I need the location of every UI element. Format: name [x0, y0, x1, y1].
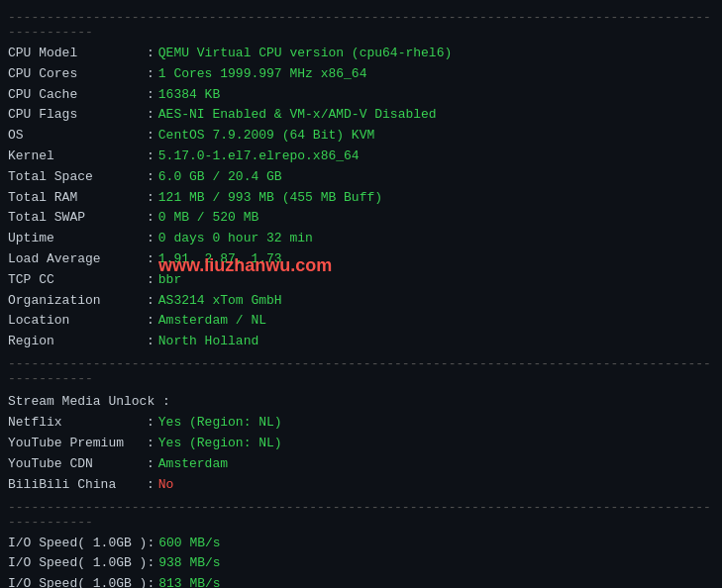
total-space-value: 6.0 GB / 20.4 GB [158, 167, 282, 188]
table-row: CPU Cache : 16384 KB [8, 85, 714, 106]
total-space-label: Total Space [8, 167, 147, 188]
table-row: Total RAM : 121 MB / 993 MB (455 MB Buff… [8, 188, 714, 209]
table-row: I/O Speed( 1.0GB ) : 600 MB/s [8, 534, 714, 554]
youtube-cdn-value: Amsterdam [158, 454, 228, 475]
os-label: OS [8, 126, 147, 147]
kernel-value: 5.17.0-1.el7.elrepo.x86_64 [158, 147, 360, 167]
table-row: Load Average : 1.91, 2.87, 1.73 [8, 249, 714, 270]
total-swap-label: Total SWAP [8, 208, 147, 229]
table-row: Netflix : Yes (Region: NL) [8, 413, 714, 434]
io-speed-2-value: 938 MB/s [158, 553, 220, 574]
load-avg-value: 1.91, 2.87, 1.73 [158, 249, 282, 270]
table-row: Uptime : 0 days 0 hour 32 min [8, 229, 714, 249]
table-row: Location : Amsterdam / NL [8, 311, 714, 332]
bilibili-value: No [158, 475, 174, 496]
io-section: I/O Speed( 1.0GB ) : 600 MB/s I/O Speed(… [8, 534, 714, 588]
divider-media-top: ----------------------------------------… [8, 356, 714, 386]
table-row: Kernel : 5.17.0-1.el7.elrepo.x86_64 [8, 147, 714, 167]
cpu-cache-value: 16384 KB [158, 85, 220, 106]
table-row: Region : North Holland [8, 332, 714, 352]
cpu-flags-label: CPU Flags [8, 105, 147, 126]
tcp-cc-value: bbr [158, 270, 181, 291]
location-label: Location [8, 311, 147, 332]
cpu-cores-value: 1 Cores 1999.997 MHz x86_64 [158, 64, 367, 85]
media-section-title: Stream Media Unlock : [8, 390, 714, 413]
organization-value: AS3214 xTom GmbH [158, 291, 282, 312]
divider-top: ----------------------------------------… [8, 10, 714, 40]
terminal-container: ----------------------------------------… [8, 10, 714, 588]
cpu-model-value: QEMU Virtual CPU version (cpu64-rhel6) [158, 44, 452, 64]
cpu-cache-label: CPU Cache [8, 85, 147, 106]
uptime-label: Uptime [8, 229, 147, 249]
total-swap-value: 0 MB / 520 MB [158, 208, 258, 229]
io-speed-1-label: I/O Speed( 1.0GB ) [8, 534, 147, 554]
total-ram-value: 121 MB / 993 MB (455 MB Buff) [158, 188, 382, 209]
table-row: I/O Speed( 1.0GB ) : 813 MB/s [8, 574, 714, 588]
youtube-premium-label: YouTube Premium [8, 434, 147, 454]
total-ram-label: Total RAM [8, 188, 147, 209]
netflix-value: Yes (Region: NL) [158, 413, 282, 434]
netflix-label: Netflix [8, 413, 147, 434]
media-section: Stream Media Unlock : Netflix : Yes (Reg… [8, 390, 714, 496]
organization-label: Organization [8, 291, 147, 312]
table-row: YouTube CDN : Amsterdam [8, 454, 714, 475]
cpu-cores-label: CPU Cores [8, 64, 147, 85]
table-row: CPU Model : QEMU Virtual CPU version (cp… [8, 44, 714, 64]
io-speed-3-label: I/O Speed( 1.0GB ) [8, 574, 147, 588]
table-row: OS : CentOS 7.9.2009 (64 Bit) KVM [8, 126, 714, 147]
kernel-label: Kernel [8, 147, 147, 167]
cpu-flags-value: AES-NI Enabled & VM-x/AMD-V Disabled [158, 105, 437, 126]
system-section: CPU Model : QEMU Virtual CPU version (cp… [8, 44, 714, 352]
table-row: Organization : AS3214 xTom GmbH [8, 291, 714, 312]
io-speed-3-value: 813 MB/s [158, 574, 220, 588]
os-value: CentOS 7.9.2009 (64 Bit) KVM [158, 126, 374, 147]
table-row: CPU Cores : 1 Cores 1999.997 MHz x86_64 [8, 64, 714, 85]
table-row: TCP CC : bbr [8, 270, 714, 291]
io-speed-2-label: I/O Speed( 1.0GB ) [8, 553, 147, 574]
table-row: CPU Flags : AES-NI Enabled & VM-x/AMD-V … [8, 105, 714, 126]
location-value: Amsterdam / NL [158, 311, 266, 332]
table-row: I/O Speed( 1.0GB ) : 938 MB/s [8, 553, 714, 574]
cpu-model-label: CPU Model [8, 44, 147, 64]
table-row: BiliBili China : No [8, 475, 714, 496]
tcp-cc-label: TCP CC [8, 270, 147, 291]
youtube-cdn-label: YouTube CDN [8, 454, 147, 475]
uptime-value: 0 days 0 hour 32 min [158, 229, 313, 249]
divider-io-top: ----------------------------------------… [8, 500, 714, 530]
table-row: YouTube Premium : Yes (Region: NL) [8, 434, 714, 454]
region-label: Region [8, 332, 147, 352]
table-row: Total Space : 6.0 GB / 20.4 GB [8, 167, 714, 188]
region-value: North Holland [158, 332, 258, 352]
youtube-premium-value: Yes (Region: NL) [158, 434, 282, 454]
load-avg-label: Load Average [8, 249, 147, 270]
bilibili-label: BiliBili China [8, 475, 147, 496]
table-row: Total SWAP : 0 MB / 520 MB [8, 208, 714, 229]
io-speed-1-value: 600 MB/s [158, 534, 220, 554]
